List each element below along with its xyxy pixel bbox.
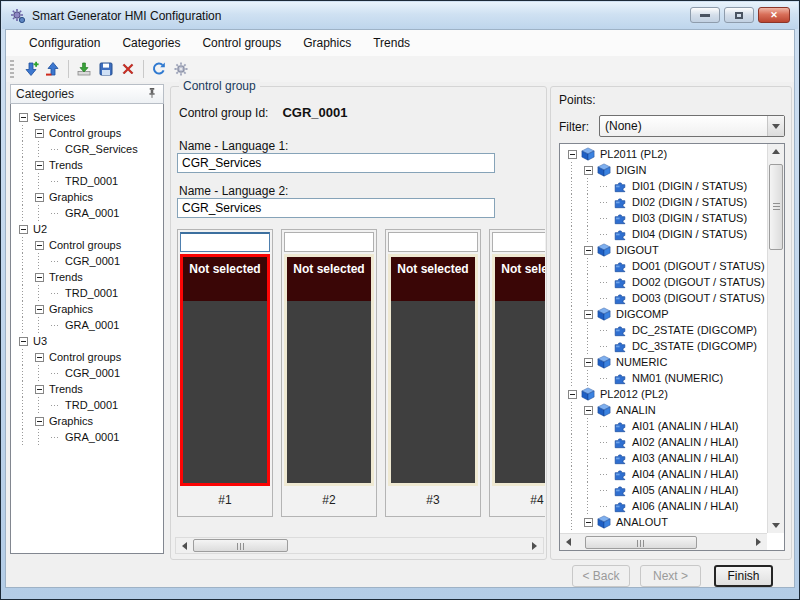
- minimize-button[interactable]: [690, 7, 720, 23]
- collapse-icon[interactable]: [564, 390, 580, 399]
- remove-icon[interactable]: [42, 58, 64, 80]
- add-icon[interactable]: [20, 58, 42, 80]
- tree-item-pl2012-pl2[interactable]: PL2012 (PL2): [560, 386, 767, 402]
- tree-item-do01-digout-status[interactable]: DO01 (DIGOUT / STATUS): [560, 258, 767, 274]
- collapse-icon[interactable]: [31, 193, 47, 202]
- name-language2-input[interactable]: [177, 198, 495, 218]
- slot-thumbnail[interactable]: Not selected: [492, 254, 545, 486]
- scroll-right-icon[interactable]: [750, 535, 767, 550]
- collapse-icon[interactable]: [31, 241, 47, 250]
- tree-item-ai02-analin-hlai[interactable]: AI02 (ANALIN / HLAI): [560, 434, 767, 450]
- collapse-icon[interactable]: [580, 166, 596, 175]
- scrollbar-thumb[interactable]: [585, 536, 697, 549]
- next-button[interactable]: Next >: [640, 565, 701, 587]
- tree-item-trd-0001[interactable]: TRD_0001: [11, 397, 163, 413]
- collapse-icon[interactable]: [580, 246, 596, 255]
- scrollbar-thumb[interactable]: [193, 539, 288, 552]
- points-vertical-scrollbar[interactable]: [767, 144, 784, 533]
- collapse-icon[interactable]: [580, 310, 596, 319]
- tree-item-dc-2state-digcomp[interactable]: DC_2STATE (DIGCOMP): [560, 322, 767, 338]
- collapse-icon[interactable]: [31, 353, 47, 362]
- tree-item-graphics[interactable]: Graphics: [11, 189, 163, 205]
- menu-item-configuration[interactable]: Configuration: [18, 32, 111, 54]
- tree-item-di04-digin-status[interactable]: DI04 (DIGIN / STATUS): [560, 226, 767, 242]
- slot-thumbnail[interactable]: Not selected: [284, 254, 374, 486]
- tree-item-gra-0001[interactable]: GRA_0001: [11, 317, 163, 333]
- tree-item-cgr-0001[interactable]: CGR_0001: [11, 253, 163, 269]
- tree-item-digcomp[interactable]: DIGCOMP: [560, 306, 767, 322]
- collapse-icon[interactable]: [31, 161, 47, 170]
- scrollbar-thumb[interactable]: [769, 164, 783, 250]
- settings-icon[interactable]: [170, 58, 192, 80]
- tree-item-graphics[interactable]: Graphics: [11, 301, 163, 317]
- scroll-left-icon[interactable]: [176, 538, 193, 553]
- tree-item-numeric[interactable]: NUMERIC: [560, 354, 767, 370]
- tree-item-control-groups[interactable]: Control groups: [11, 237, 163, 253]
- tree-item-control-groups[interactable]: Control groups: [11, 349, 163, 365]
- tree-item-ai05-analin-hlai[interactable]: AI05 (ANALIN / HLAI): [560, 482, 767, 498]
- tree-item-digout[interactable]: DIGOUT: [560, 242, 767, 258]
- tree-item-nm01-numeric[interactable]: NM01 (NUMERIC): [560, 370, 767, 386]
- slot-3[interactable]: Not selected#3: [385, 229, 481, 517]
- tree-item-digin[interactable]: DIGIN: [560, 162, 767, 178]
- collapse-icon[interactable]: [580, 358, 596, 367]
- tree-item-ai04-analin-hlai[interactable]: AI04 (ANALIN / HLAI): [560, 466, 767, 482]
- save-icon[interactable]: [95, 58, 117, 80]
- collapse-icon[interactable]: [15, 337, 31, 346]
- tree-item-ai06-analin-hlai[interactable]: AI06 (ANALIN / HLAI): [560, 498, 767, 514]
- tree-item-cgr-0001[interactable]: CGR_0001: [11, 365, 163, 381]
- slot-2[interactable]: Not selected#2: [281, 229, 377, 517]
- menu-item-categories[interactable]: Categories: [111, 32, 191, 54]
- collapse-icon[interactable]: [31, 305, 47, 314]
- slot-thumbnail[interactable]: Not selected: [388, 254, 478, 486]
- menu-item-control-groups[interactable]: Control groups: [191, 32, 292, 54]
- scroll-left-icon[interactable]: [560, 535, 577, 550]
- maximize-button[interactable]: [724, 7, 754, 23]
- collapse-icon[interactable]: [15, 225, 31, 234]
- tree-item-ai03-analin-hlai[interactable]: AI03 (ANALIN / HLAI): [560, 450, 767, 466]
- tree-item-do02-digout-status[interactable]: DO02 (DIGOUT / STATUS): [560, 274, 767, 290]
- tree-item-u3[interactable]: U3: [11, 333, 163, 349]
- tree-item-control-groups[interactable]: Control groups: [11, 125, 163, 141]
- delete-icon[interactable]: [117, 58, 139, 80]
- tree-item-u2[interactable]: U2: [11, 221, 163, 237]
- tree-item-trends[interactable]: Trends: [11, 269, 163, 285]
- scroll-down-icon[interactable]: [768, 518, 784, 533]
- slot-4[interactable]: Not selected#4: [489, 229, 545, 517]
- tree-item-gra-0001[interactable]: GRA_0001: [11, 429, 163, 445]
- close-button[interactable]: ✕: [758, 7, 790, 23]
- tree-item-di01-digin-status[interactable]: DI01 (DIGIN / STATUS): [560, 178, 767, 194]
- tree-item-di02-digin-status[interactable]: DI02 (DIGIN / STATUS): [560, 194, 767, 210]
- tree-item-analin[interactable]: ANALIN: [560, 402, 767, 418]
- tree-item-trd-0001[interactable]: TRD_0001: [11, 173, 163, 189]
- tree-item-graphics[interactable]: Graphics: [11, 413, 163, 429]
- collapse-icon[interactable]: [31, 273, 47, 282]
- menu-item-trends[interactable]: Trends: [362, 32, 421, 54]
- slots-horizontal-scrollbar[interactable]: [175, 537, 544, 554]
- collapse-icon[interactable]: [580, 406, 596, 415]
- refresh-icon[interactable]: [148, 58, 170, 80]
- menu-item-graphics[interactable]: Graphics: [292, 32, 362, 54]
- collapse-icon[interactable]: [31, 417, 47, 426]
- pin-icon[interactable]: [146, 87, 158, 102]
- tree-item-trends[interactable]: Trends: [11, 381, 163, 397]
- tree-item-analout[interactable]: ANALOUT: [560, 514, 767, 530]
- collapse-icon[interactable]: [580, 518, 596, 527]
- tree-item-gra-0001[interactable]: GRA_0001: [11, 205, 163, 221]
- toolbar-grip[interactable]: [10, 60, 14, 78]
- collapse-icon[interactable]: [31, 129, 47, 138]
- tree-item-cgr-services[interactable]: CGR_Services: [11, 141, 163, 157]
- slot-1[interactable]: Not selected#1: [177, 229, 273, 517]
- tree-item-trends[interactable]: Trends: [11, 157, 163, 173]
- collapse-icon[interactable]: [31, 385, 47, 394]
- import-icon[interactable]: [73, 58, 95, 80]
- tree-item-ai01-analin-hlai[interactable]: AI01 (ANALIN / HLAI): [560, 418, 767, 434]
- tree-item-dc-3state-digcomp[interactable]: DC_3STATE (DIGCOMP): [560, 338, 767, 354]
- tree-item-trd-0001[interactable]: TRD_0001: [11, 285, 163, 301]
- slot-thumbnail[interactable]: Not selected: [180, 254, 270, 486]
- finish-button[interactable]: Finish: [714, 565, 773, 587]
- collapse-icon[interactable]: [564, 150, 580, 159]
- filter-combobox[interactable]: (None): [599, 115, 785, 137]
- tree-item-pl2011-pl2[interactable]: PL2011 (PL2): [560, 146, 767, 162]
- tree-item-services[interactable]: Services: [11, 109, 163, 125]
